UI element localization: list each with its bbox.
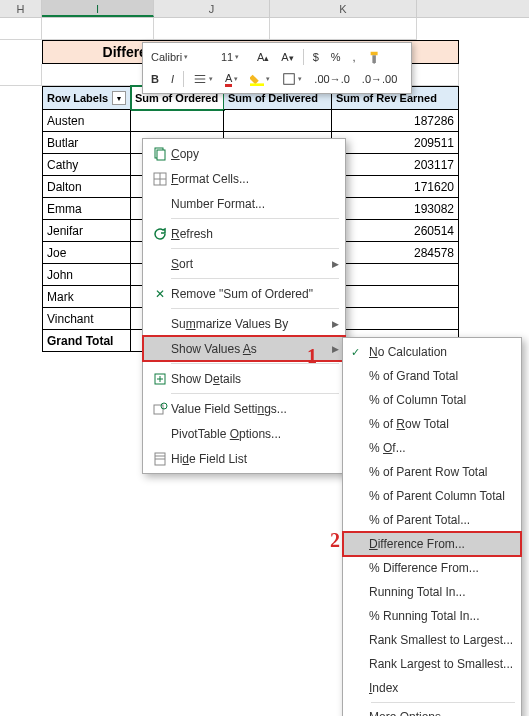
submenu-label: Running Total In... [369, 585, 466, 599]
submenu-difference-from[interactable]: Difference From... [343, 532, 521, 556]
submenu-more-options[interactable]: More Options... [343, 705, 521, 716]
format-painter-icon[interactable] [363, 47, 387, 67]
borders-icon[interactable] [277, 69, 307, 89]
align-icon[interactable] [188, 69, 218, 89]
menu-sort[interactable]: Sort▶ [143, 251, 345, 276]
submenu-rank-smallest[interactable]: Rank Smallest to Largest... [343, 628, 521, 652]
increase-font-icon[interactable]: A▴ [252, 47, 274, 67]
cell-rev[interactable]: 209511 [332, 132, 459, 154]
cell-rev[interactable] [332, 308, 459, 330]
row-labels-header[interactable]: Row Labels ▼ [42, 86, 131, 110]
row-blank [0, 18, 529, 40]
submenu-pct-column-total[interactable]: % of Column Total [343, 388, 521, 412]
row-label[interactable]: Cathy [42, 154, 131, 176]
row-label[interactable]: John [42, 264, 131, 286]
font-color-icon[interactable]: A [220, 69, 243, 89]
italic-button[interactable]: I [166, 69, 179, 89]
row-label[interactable]: Dalton [42, 176, 131, 198]
row-label[interactable]: Joe [42, 242, 131, 264]
menu-number-format[interactable]: Number Format... [143, 191, 345, 216]
menu-remove-field[interactable]: ✕Remove "Sum of Ordered" [143, 281, 345, 306]
svg-rect-1 [284, 74, 295, 85]
filter-dropdown-icon[interactable]: ▼ [112, 91, 126, 105]
submenu-pct-of[interactable]: % Of... [343, 436, 521, 460]
submenu-rank-largest[interactable]: Rank Largest to Smallest... [343, 652, 521, 676]
cell-rev[interactable]: 187286 [332, 110, 459, 132]
bold-button[interactable]: B [146, 69, 164, 89]
submenu-pct-row-total[interactable]: % of Row Total [343, 412, 521, 436]
cell[interactable] [224, 110, 332, 132]
menu-refresh[interactable]: Refresh [143, 221, 345, 246]
cell-rev[interactable]: 260514 [332, 220, 459, 242]
decrease-decimal-icon[interactable]: .00→.0 [309, 69, 354, 89]
field-list-icon [149, 450, 171, 468]
submenu-index[interactable]: Index [343, 676, 521, 700]
submenu-label: More Options... [369, 710, 451, 716]
submenu-pct-parent-total[interactable]: % of Parent Total... [343, 508, 521, 532]
chevron-right-icon: ▶ [332, 344, 339, 354]
submenu-label: % of Column Total [369, 393, 466, 407]
menu-hide-field-list[interactable]: Hide Field List [143, 446, 345, 471]
submenu-label: No Calculation [369, 345, 447, 359]
row-label[interactable]: Austen [42, 110, 131, 132]
percent-format-icon[interactable]: % [326, 47, 346, 67]
col-header-I[interactable]: I [42, 0, 154, 17]
row-label[interactable]: Grand Total [42, 330, 131, 352]
row-label[interactable]: Jenifar [42, 220, 131, 242]
cell[interactable] [0, 18, 42, 40]
submenu-pct-grand-total[interactable]: % of Grand Total [343, 364, 521, 388]
menu-pivot-options[interactable]: PivotTable Options... [143, 421, 345, 446]
annotation-2: 2 [330, 529, 340, 552]
submenu-label: % of Row Total [369, 417, 449, 431]
cell[interactable] [270, 18, 417, 40]
submenu-pct-running-total[interactable]: % Running Total In... [343, 604, 521, 628]
cell[interactable] [0, 64, 42, 86]
submenu-label: % Of... [369, 441, 406, 455]
cell-rev[interactable]: 193082 [332, 198, 459, 220]
submenu-label: Difference From... [369, 537, 465, 551]
submenu-no-calculation[interactable]: ✓No Calculation [343, 340, 521, 364]
font-size-picker[interactable]: 11 [216, 47, 250, 67]
fill-color-icon[interactable] [245, 69, 275, 89]
cell[interactable] [154, 18, 270, 40]
menu-copy[interactable]: Copy [143, 141, 345, 166]
font-family-picker[interactable]: Calibri [146, 47, 214, 67]
svg-rect-6 [154, 405, 163, 414]
submenu-pct-parent-col[interactable]: % of Parent Column Total [343, 484, 521, 508]
cell-rev[interactable] [332, 264, 459, 286]
col-header-K[interactable]: K [270, 0, 417, 17]
row-label[interactable]: Butlar [42, 132, 131, 154]
accounting-format-icon[interactable]: $ [308, 47, 324, 67]
row-labels-text: Row Labels [47, 92, 108, 104]
cell-rev[interactable] [332, 286, 459, 308]
show-values-as-submenu: ✓No Calculation % of Grand Total % of Co… [342, 337, 522, 716]
menu-label: Hide Field List [171, 452, 339, 466]
decrease-font-icon[interactable]: A▾ [276, 47, 298, 67]
format-cells-icon [149, 170, 171, 188]
increase-decimal-icon[interactable]: .0→.00 [357, 69, 402, 89]
menu-format-cells[interactable]: Format Cells... [143, 166, 345, 191]
menu-summarize-values[interactable]: Summarize Values By▶ [143, 311, 345, 336]
cell[interactable] [42, 18, 154, 40]
col-header-J[interactable]: J [154, 0, 270, 17]
row-label[interactable]: Emma [42, 198, 131, 220]
row-label[interactable]: Vinchant [42, 308, 131, 330]
menu-show-details[interactable]: Show Details [143, 366, 345, 391]
menu-value-field-settings[interactable]: Value Field Settings... [143, 396, 345, 421]
expand-icon [149, 370, 171, 388]
col-header-H[interactable]: H [0, 0, 42, 17]
svg-rect-3 [157, 150, 165, 160]
refresh-icon [149, 225, 171, 243]
column-headers: H I J K [0, 0, 529, 18]
cell-rev[interactable]: 203117 [332, 154, 459, 176]
submenu-pct-parent-row[interactable]: % of Parent Row Total [343, 460, 521, 484]
submenu-running-total[interactable]: Running Total In... [343, 580, 521, 604]
submenu-pct-difference-from[interactable]: % Difference From... [343, 556, 521, 580]
comma-format-icon[interactable]: , [348, 47, 361, 67]
cell-rev[interactable]: 284578 [332, 242, 459, 264]
menu-label: PivotTable Options... [171, 427, 339, 441]
cell-rev[interactable]: 171620 [332, 176, 459, 198]
submenu-label: % Running Total In... [369, 609, 480, 623]
row-label[interactable]: Mark [42, 286, 131, 308]
cell[interactable] [131, 110, 224, 132]
